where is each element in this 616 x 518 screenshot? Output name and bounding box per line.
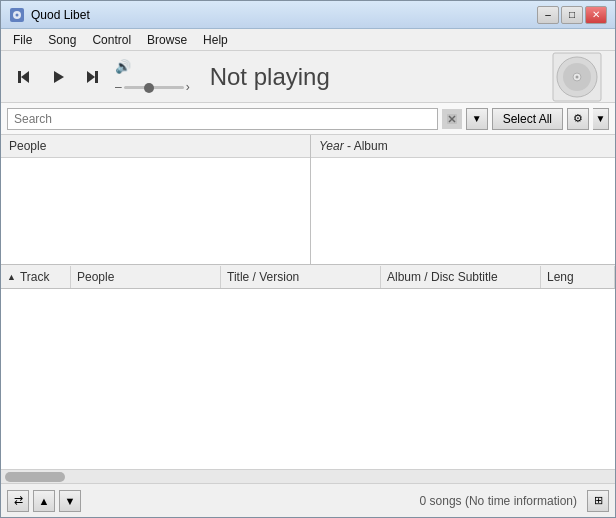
album-header-year: Year [319,139,344,153]
album-panel: Year - Album [311,135,615,264]
main-content: People Year - Album ▲ Track People Title… [1,135,615,483]
scrollbar-thumb[interactable] [5,472,65,482]
svg-marker-6 [87,71,95,83]
chevron-down-icon-2: ▼ [596,113,606,124]
toolbar: 🔊 – › Not playing [1,51,615,103]
gear-icon: ⚙ [573,112,583,125]
title-bar: Quod Libet – □ ✕ [1,1,615,29]
svg-point-12 [576,75,579,78]
settings-dropdown-button[interactable]: ▼ [593,108,609,130]
menu-bar: File Song Control Browse Help [1,29,615,51]
status-text: 0 songs (No time information) [85,494,583,508]
app-window: Quod Libet – □ ✕ File Song Control Brows… [0,0,616,518]
browser-area: People Year - Album [1,135,615,265]
play-button[interactable] [43,62,73,92]
settings-button[interactable]: ⚙ [567,108,589,130]
svg-rect-4 [18,71,21,83]
col-header-length[interactable]: Leng [541,266,615,288]
menu-file[interactable]: File [5,31,40,49]
maximize-button[interactable]: □ [561,6,583,24]
menu-help[interactable]: Help [195,31,236,49]
search-input[interactable] [7,108,438,130]
album-header-dash: - Album [347,139,388,153]
col-track-label: Track [20,270,50,284]
queue-order-button[interactable]: ⇄ [7,490,29,512]
app-title: Quod Libet [31,8,90,22]
scroll-down-button[interactable]: ▼ [59,490,81,512]
svg-marker-5 [54,71,64,83]
search-bar: ▼ Select All ⚙ ▼ [1,103,615,135]
svg-rect-7 [95,71,98,83]
svg-marker-3 [21,71,29,83]
col-header-track[interactable]: ▲ Track [1,266,71,288]
seek-controls: – › [115,80,190,94]
chevron-down-icon: ▼ [472,113,482,124]
search-clear-button[interactable] [442,109,462,129]
column-headers: ▲ Track People Title / Version Album / D… [1,265,615,289]
up-arrow-icon: ▲ [39,495,50,507]
volume-icon: 🔊 [115,59,190,74]
horizontal-scrollbar[interactable] [1,469,615,483]
svg-point-2 [16,13,19,16]
layout-button[interactable]: ⊞ [587,490,609,512]
prev-button[interactable] [9,62,39,92]
sort-arrow-icon: ▲ [7,272,16,282]
col-header-album[interactable]: Album / Disc Subtitle [381,266,541,288]
select-all-button[interactable]: Select All [492,108,563,130]
col-header-title[interactable]: Title / Version [221,266,381,288]
people-header: People [1,135,310,158]
search-filter-dropdown[interactable]: ▼ [466,108,488,130]
close-button[interactable]: ✕ [585,6,607,24]
col-header-people[interactable]: People [71,266,221,288]
cd-icon [551,51,603,103]
menu-control[interactable]: Control [84,31,139,49]
song-list-body [1,289,615,469]
shuffle-icon: ⇄ [14,494,23,507]
album-header: Year - Album [311,135,615,158]
now-playing: Not playing [210,63,377,91]
down-arrow-icon: ▼ [65,495,76,507]
app-icon [9,7,25,23]
scrollbar-track [1,470,615,483]
next-button[interactable] [77,62,107,92]
status-bar: ⇄ ▲ ▼ 0 songs (No time information) ⊞ [1,483,615,517]
menu-browse[interactable]: Browse [139,31,195,49]
menu-song[interactable]: Song [40,31,84,49]
minimize-button[interactable]: – [537,6,559,24]
seekbar[interactable] [124,86,184,89]
scroll-up-button[interactable]: ▲ [33,490,55,512]
layout-icon: ⊞ [594,494,603,507]
people-panel: People [1,135,311,264]
song-list-area: ▲ Track People Title / Version Album / D… [1,265,615,469]
